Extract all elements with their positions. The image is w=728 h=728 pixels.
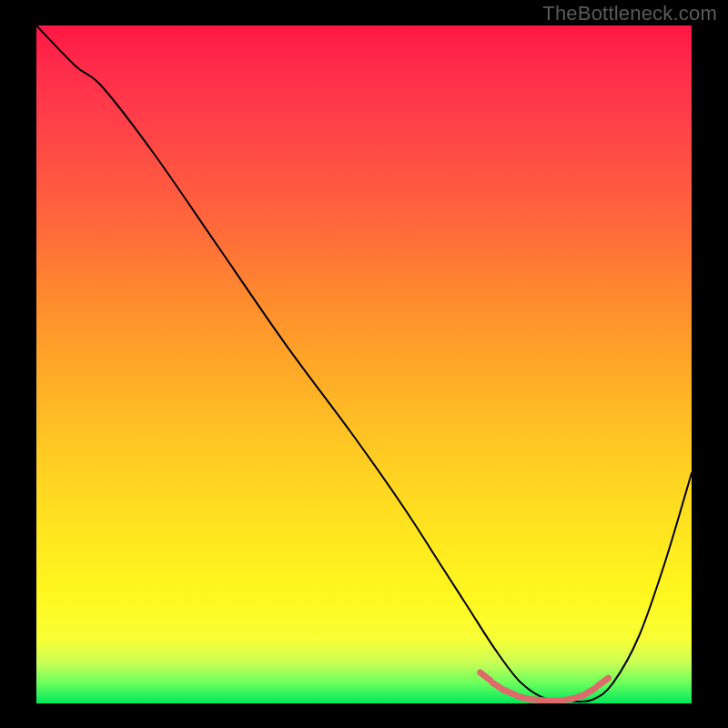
highlight-dash [571,695,582,699]
watermark-text: TheBottleneck.com [542,2,717,25]
plot-area [36,25,692,703]
highlight-dash [584,688,595,694]
highlight-dash [493,683,504,691]
bottleneck-curve-line [36,25,692,702]
chart-frame: TheBottleneck.com [0,0,728,728]
highlight-dash [598,678,608,685]
highlight-dash [480,672,490,681]
chart-overlay [36,25,692,703]
highlight-band-dots [480,672,609,701]
